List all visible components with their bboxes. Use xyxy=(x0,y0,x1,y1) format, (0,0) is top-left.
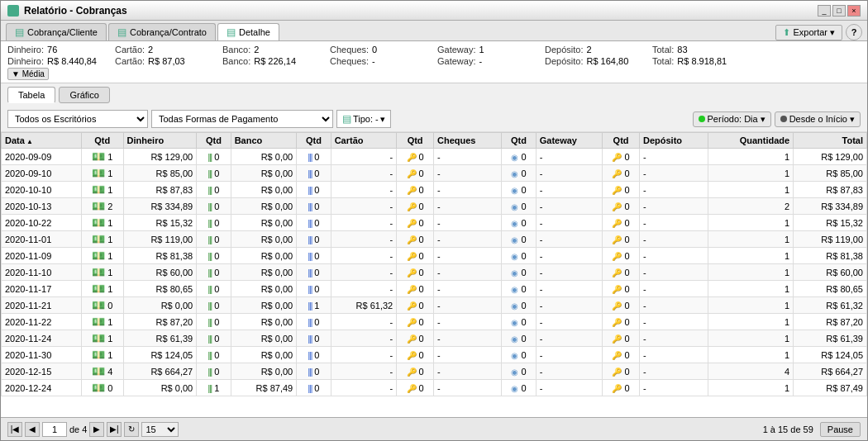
summary-gateway-value: Gateway: - xyxy=(437,56,545,66)
col-gateway[interactable]: Gateway xyxy=(536,133,602,149)
avg-toggle[interactable]: ▼ Média xyxy=(7,68,49,80)
cell-quantidade: 1 xyxy=(708,297,794,314)
table-row[interactable]: 2020-10-10 💵 1 R$ 87,83 ||| 0 R$ 0,00 ||… xyxy=(2,182,867,198)
col-qtd1[interactable]: Qtd xyxy=(81,133,123,149)
cell-cheques: - xyxy=(434,198,502,215)
cell-qtd5: ◉ 0 xyxy=(502,149,536,165)
summary-dinheiro-count: Dinheiro: 76 xyxy=(7,45,115,55)
cell-cartao: - xyxy=(331,165,397,182)
cell-qtd4: 🔑 0 xyxy=(397,380,434,396)
page-next-button[interactable]: ▶ xyxy=(89,422,104,437)
cell-cheques: - xyxy=(434,215,502,231)
cell-qtd1: 💵 1 xyxy=(81,165,123,182)
page-size-select[interactable]: 15 25 50 xyxy=(141,422,179,437)
cell-qtd3: ||| 0 xyxy=(297,248,331,264)
col-dinheiro[interactable]: Dinheiro xyxy=(123,133,197,149)
barcode-green-icon: ||| xyxy=(207,186,212,195)
escritorio-select[interactable]: Todos os Escritórios xyxy=(7,110,148,128)
cell-qtd4: 🔑 0 xyxy=(397,248,434,264)
cheque-small-icon: ◉ xyxy=(511,318,518,327)
help-button[interactable]: ? xyxy=(846,24,862,40)
col-qtd6[interactable]: Qtd xyxy=(603,133,640,149)
page-prev-button[interactable]: ◀ xyxy=(25,422,40,437)
table-row[interactable]: 2020-10-13 💵 2 R$ 334,89 ||| 0 R$ 0,00 |… xyxy=(2,198,867,215)
tab-cobranca-contrato[interactable]: ▤ Cobrança/Contrato xyxy=(108,23,216,40)
label-dinheiro-1: Dinheiro: xyxy=(7,45,44,55)
col-cartao[interactable]: Cartão xyxy=(331,133,397,149)
since-button[interactable]: Desde o Início ▾ xyxy=(775,111,861,127)
page-first-button[interactable]: |◀ xyxy=(7,422,22,437)
minimize-button[interactable]: _ xyxy=(818,5,831,17)
table-row[interactable]: 2020-09-09 💵 1 R$ 129,00 ||| 0 R$ 0,00 |… xyxy=(2,149,867,165)
table-row[interactable]: 2020-11-01 💵 1 R$ 119,00 ||| 0 R$ 0,00 |… xyxy=(2,231,867,248)
cell-qtd3: ||| 0 xyxy=(297,363,331,380)
cell-qtd1: 💵 2 xyxy=(81,198,123,215)
cheque-small-icon: ◉ xyxy=(511,285,518,294)
cell-qtd6: 🔑 0 xyxy=(603,281,640,297)
cell-qtd3: ||| 0 xyxy=(297,281,331,297)
tipo-chevron-icon: ▾ xyxy=(380,114,385,125)
table-row[interactable]: 2020-11-17 💵 1 R$ 80,65 ||| 0 R$ 0,00 ||… xyxy=(2,281,867,297)
since-label: Desde o Início xyxy=(789,114,847,124)
tab-detalhe[interactable]: ▤ Detalhe xyxy=(217,23,279,40)
period-day-button[interactable]: Período: Dia ▾ xyxy=(693,111,771,127)
col-qtd4[interactable]: Qtd xyxy=(397,133,434,149)
col-banco[interactable]: Banco xyxy=(231,133,297,149)
cell-qtd6: 🔑 0 xyxy=(603,198,640,215)
close-button[interactable]: × xyxy=(847,5,861,17)
page-last-button[interactable]: ▶| xyxy=(107,422,122,437)
gateway-small-icon: 🔑 xyxy=(612,202,622,211)
view-tab-grafico[interactable]: Gráfico xyxy=(59,87,109,103)
gateway-small-icon: 🔑 xyxy=(612,285,622,294)
cell-banco: R$ 0,00 xyxy=(231,281,297,297)
export-button[interactable]: ⬆ Exportar ▾ xyxy=(775,25,842,40)
table-row[interactable]: 2020-12-24 💵 0 R$ 0,00 ||| 1 R$ 87,49 ||… xyxy=(2,380,867,396)
table-row[interactable]: 2020-10-22 💵 1 R$ 15,32 ||| 0 R$ 0,00 ||… xyxy=(2,215,867,231)
cartao-small-icon: 🔑 xyxy=(407,219,417,228)
label-cartao-1: Cartão: xyxy=(115,45,145,55)
page-refresh-button[interactable]: ↻ xyxy=(124,422,139,437)
summary-banco-value: Banco: R$ 226,14 xyxy=(222,56,330,66)
table-row[interactable]: 2020-11-10 💵 1 R$ 60,00 ||| 0 R$ 0,00 ||… xyxy=(2,264,867,281)
col-qtd3[interactable]: Qtd xyxy=(297,133,331,149)
view-tab-tabela[interactable]: Tabela xyxy=(7,87,55,103)
page-input[interactable] xyxy=(42,422,67,437)
col-quantidade[interactable]: Quantidade xyxy=(708,133,794,149)
col-qtd5[interactable]: Qtd xyxy=(502,133,536,149)
col-deposito[interactable]: Depósito xyxy=(639,133,708,149)
label-gateway-2: Gateway: xyxy=(437,56,475,66)
col-data[interactable]: Data xyxy=(2,133,82,149)
pagamento-select[interactable]: Todas Formas de Pagamento xyxy=(151,110,333,128)
table-row[interactable]: 2020-11-22 💵 1 R$ 87,20 ||| 0 R$ 0,00 ||… xyxy=(2,314,867,330)
barcode-blue-icon: ||| xyxy=(308,252,312,261)
cell-quantidade: 1 xyxy=(708,182,794,198)
cell-qtd1: 💵 1 xyxy=(81,330,123,347)
cell-qtd2: ||| 0 xyxy=(197,363,231,380)
label-total-2: Total: xyxy=(652,56,674,66)
dinheiro-icon: 💵 xyxy=(92,349,105,361)
pause-button[interactable]: Pause xyxy=(820,422,861,437)
table-row[interactable]: 2020-11-09 💵 1 R$ 81,38 ||| 0 R$ 0,00 ||… xyxy=(2,248,867,264)
table-row[interactable]: 2020-11-30 💵 1 R$ 124,05 ||| 0 R$ 0,00 |… xyxy=(2,347,867,363)
table-row[interactable]: 2020-12-15 💵 4 R$ 664,27 ||| 0 R$ 0,00 |… xyxy=(2,363,867,380)
cell-deposito: - xyxy=(639,264,708,281)
cheque-small-icon: ◉ xyxy=(511,219,518,228)
tipo-select[interactable]: ▤ Tipo: - ▾ xyxy=(336,110,391,128)
table-row[interactable]: 2020-11-24 💵 1 R$ 61,39 ||| 0 R$ 0,00 ||… xyxy=(2,330,867,347)
dinheiro-icon: 💵 xyxy=(92,183,105,196)
cell-cheques: - xyxy=(434,149,502,165)
tab-cobranca-cliente[interactable]: ▤ Cobrança/Cliente xyxy=(6,23,107,40)
cell-qtd5: ◉ 0 xyxy=(502,281,536,297)
view-tab-grafico-label: Gráfico xyxy=(69,90,98,100)
cell-qtd2: ||| 0 xyxy=(197,165,231,182)
maximize-button[interactable]: □ xyxy=(832,5,846,17)
col-cheques[interactable]: Cheques xyxy=(434,133,502,149)
col-qtd2[interactable]: Qtd xyxy=(197,133,231,149)
table-row[interactable]: 2020-09-10 💵 1 R$ 85,00 ||| 0 R$ 0,00 ||… xyxy=(2,165,867,182)
summary-gateway-count: Gateway: 1 xyxy=(437,45,545,55)
cell-qtd1: 💵 1 xyxy=(81,149,123,165)
table-row[interactable]: 2020-11-21 💵 0 R$ 0,00 ||| 0 R$ 0,00 |||… xyxy=(2,297,867,314)
cell-banco: R$ 0,00 xyxy=(231,297,297,314)
col-total[interactable]: Total xyxy=(794,133,867,149)
cell-qtd5: ◉ 0 xyxy=(502,215,536,231)
